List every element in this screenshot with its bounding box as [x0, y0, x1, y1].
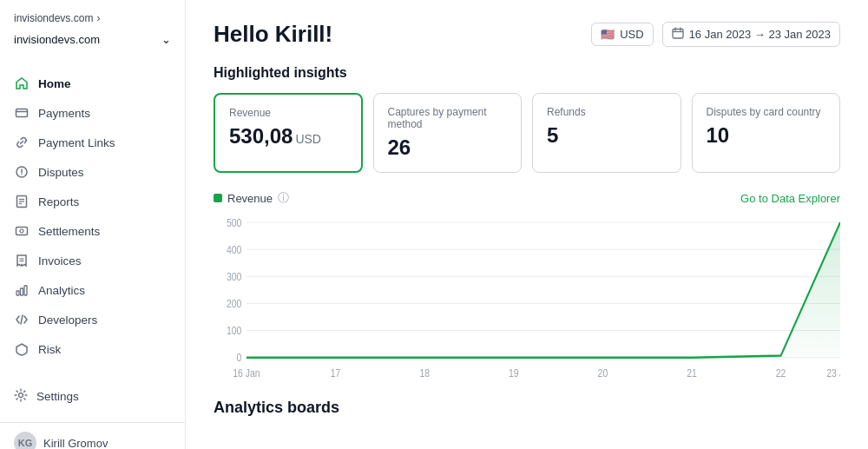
- sidebar-item-developers[interactable]: Developers: [0, 305, 185, 334]
- svg-text:21: 21: [687, 367, 697, 379]
- svg-text:23 Jan: 23 Jan: [826, 367, 840, 379]
- developers-icon: [14, 312, 30, 327]
- svg-rect-9: [16, 228, 28, 235]
- svg-text:16 Jan: 16 Jan: [233, 367, 260, 379]
- sidebar-item-analytics[interactable]: Analytics: [0, 275, 185, 305]
- refunds-label: Refunds: [547, 106, 667, 118]
- sidebar-item-risk[interactable]: Risk: [0, 334, 185, 364]
- sidebar-item-payments[interactable]: Payments: [0, 98, 185, 128]
- sidebar-item-home-label: Home: [38, 77, 71, 90]
- insights-section-title: Highlighted insights: [214, 65, 840, 81]
- svg-text:500: 500: [227, 217, 241, 228]
- revenue-chart: 500 400 300 200 100 0 16 Jan 17 18 19: [214, 213, 840, 386]
- payments-icon: [14, 105, 30, 121]
- svg-marker-34: [247, 222, 840, 358]
- svg-line-16: [21, 315, 23, 324]
- org-selector[interactable]: invisiondevs.com ⌄: [0, 30, 185, 55]
- invoices-icon: [14, 253, 30, 268]
- svg-rect-13: [16, 291, 19, 295]
- chevron-down-icon: ⌄: [161, 33, 171, 46]
- analytics-icon: [14, 282, 30, 298]
- svg-rect-0: [16, 109, 28, 117]
- sidebar-item-disputes[interactable]: Disputes: [0, 157, 185, 187]
- chart-legend-label: Revenue: [227, 192, 273, 205]
- sidebar-item-payments-label: Payments: [38, 107, 90, 120]
- svg-text:19: 19: [509, 367, 519, 379]
- main-content: Hello Kirill! 🇺🇸 USD 16 Jan 2023 → 23 Ja…: [186, 0, 868, 449]
- settings-icon: [14, 388, 28, 405]
- user-name: Kirill Gromov: [43, 437, 108, 450]
- disputes-value: 10: [707, 123, 826, 148]
- home-icon: [14, 76, 30, 91]
- revenue-label: Revenue: [229, 107, 347, 119]
- svg-text:18: 18: [419, 367, 430, 379]
- svg-text:100: 100: [227, 325, 241, 336]
- svg-rect-15: [24, 286, 27, 295]
- insight-card-captures[interactable]: Captures by payment method 26: [373, 93, 523, 173]
- sidebar: invisiondevs.com › invisiondevs.com ⌄ Ho…: [0, 0, 186, 449]
- payment-links-icon: [14, 135, 30, 150]
- svg-point-4: [21, 174, 22, 175]
- svg-text:400: 400: [227, 244, 241, 255]
- currency-button[interactable]: 🇺🇸 USD: [591, 23, 653, 46]
- sidebar-item-developers-label: Developers: [38, 314, 97, 327]
- header-controls: 🇺🇸 USD 16 Jan 2023 → 23 Jan 2023: [591, 22, 840, 47]
- info-icon[interactable]: ⓘ: [278, 190, 289, 206]
- calendar-icon: [672, 27, 684, 42]
- captures-label: Captures by payment method: [388, 106, 508, 130]
- chart-legend: Revenue ⓘ: [214, 190, 289, 206]
- svg-point-10: [20, 229, 23, 233]
- settlements-icon: [14, 223, 30, 239]
- breadcrumb-chevron: ›: [96, 12, 100, 24]
- reports-icon: [14, 194, 30, 209]
- breadcrumb[interactable]: invisiondevs.com ›: [0, 0, 185, 30]
- captures-value: 26: [388, 135, 508, 160]
- svg-rect-14: [21, 288, 23, 295]
- chart-header: Revenue ⓘ Go to Data Explorer: [214, 190, 840, 206]
- svg-text:200: 200: [227, 298, 241, 309]
- date-range-button[interactable]: 16 Jan 2023 → 23 Jan 2023: [662, 22, 840, 47]
- currency-label: USD: [620, 28, 643, 41]
- sidebar-item-payment-links[interactable]: Payment Links: [0, 128, 185, 157]
- date-range-label: 16 Jan 2023 → 23 Jan 2023: [689, 28, 831, 41]
- svg-text:20: 20: [598, 367, 608, 379]
- sidebar-item-home[interactable]: Home: [0, 69, 185, 98]
- avatar: KG: [14, 432, 36, 449]
- svg-text:300: 300: [227, 271, 241, 282]
- chart-container: 500 400 300 200 100 0 16 Jan 17 18 19: [214, 213, 840, 386]
- sidebar-item-analytics-label: Analytics: [38, 284, 85, 297]
- analytics-boards-title: Analytics boards: [214, 399, 840, 417]
- settings-label: Settings: [36, 390, 79, 403]
- sidebar-item-reports-label: Reports: [38, 195, 79, 208]
- disputes-label: Disputes by card country: [707, 106, 826, 118]
- refunds-value: 5: [547, 123, 667, 148]
- svg-text:17: 17: [331, 367, 341, 379]
- sidebar-nav: Home Payments Payment Links: [0, 62, 185, 371]
- user-footer[interactable]: KG Kirill Gromov: [0, 422, 185, 449]
- svg-text:0: 0: [236, 352, 241, 363]
- sidebar-item-settlements-label: Settlements: [38, 225, 100, 238]
- insight-card-revenue[interactable]: Revenue 530,08USD: [214, 93, 363, 173]
- sidebar-item-invoices[interactable]: Invoices: [0, 246, 185, 275]
- insights-grid: Revenue 530,08USD Captures by payment me…: [214, 93, 840, 173]
- sidebar-item-reports[interactable]: Reports: [0, 187, 185, 216]
- org-name: invisiondevs.com: [14, 33, 100, 46]
- svg-text:22: 22: [776, 367, 786, 379]
- sidebar-item-risk-label: Risk: [38, 343, 61, 356]
- svg-rect-18: [673, 30, 683, 39]
- sidebar-item-settings[interactable]: Settings: [0, 381, 185, 412]
- sidebar-item-invoices-label: Invoices: [38, 254, 82, 267]
- insight-card-refunds[interactable]: Refunds 5: [532, 93, 681, 173]
- sidebar-item-disputes-label: Disputes: [38, 166, 84, 179]
- sidebar-item-payment-links-label: Payment Links: [38, 136, 115, 149]
- svg-point-17: [19, 393, 23, 398]
- insight-card-disputes[interactable]: Disputes by card country 10: [692, 93, 841, 173]
- sidebar-item-settlements[interactable]: Settlements: [0, 216, 185, 246]
- go-data-explorer-link[interactable]: Go to Data Explorer: [740, 192, 840, 205]
- disputes-icon: [14, 164, 30, 180]
- breadcrumb-text: invisiondevs.com: [14, 12, 93, 24]
- page-title: Hello Kirill!: [214, 21, 332, 48]
- page-header: Hello Kirill! 🇺🇸 USD 16 Jan 2023 → 23 Ja…: [214, 21, 840, 48]
- revenue-value: 530,08USD: [229, 124, 347, 149]
- flag-icon: 🇺🇸: [601, 28, 615, 41]
